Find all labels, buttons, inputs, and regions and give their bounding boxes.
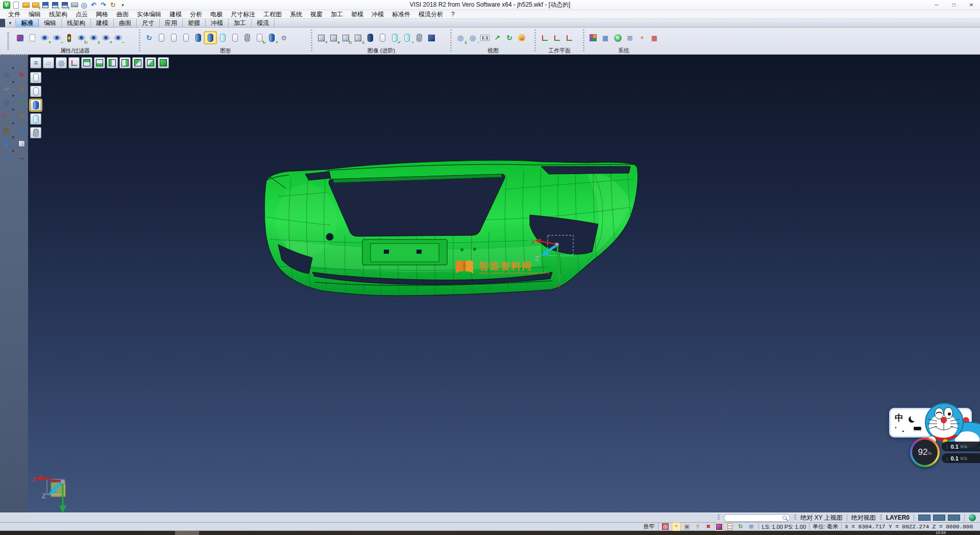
view-cube-front-icon[interactable] xyxy=(107,57,118,68)
hide-entities-icon[interactable]: − xyxy=(51,32,62,43)
toolbar-tab[interactable]: 塑膜 xyxy=(183,19,206,27)
attributes-palette-icon[interactable]: ▤ xyxy=(1,124,12,135)
minimize-button[interactable]: ─ xyxy=(928,0,945,10)
solid-view-icon[interactable] xyxy=(426,32,437,43)
viewbar-zoom-icon[interactable]: ◎ xyxy=(56,57,67,68)
ghost-cylinder-icon[interactable] xyxy=(229,32,240,43)
solids-refresh-icon[interactable]: ↻ xyxy=(340,32,351,43)
toolbar-tab[interactable]: 加工 xyxy=(229,19,252,27)
hidden-line-cylinder-icon[interactable] xyxy=(168,32,179,43)
edit-curve-icon[interactable]: ✎ xyxy=(16,83,28,94)
render-transparent-icon[interactable] xyxy=(30,113,41,125)
attribute-copy-icon[interactable] xyxy=(27,32,38,43)
show-all-icon[interactable]: + xyxy=(100,32,111,43)
active-layer-label[interactable]: LAYER0 xyxy=(886,514,910,521)
view-mode-label[interactable]: 绝对 XY 上视图 xyxy=(800,514,842,522)
show-entities-icon[interactable]: + xyxy=(39,32,50,43)
annotate-shading-icon[interactable]: ▪ xyxy=(401,32,412,43)
view-cube-top-icon[interactable] xyxy=(81,57,92,68)
toolbar-tab[interactable]: 冲模 xyxy=(206,19,229,27)
transparent-cylinder-icon[interactable] xyxy=(217,32,228,43)
shaded-cylinder-icon[interactable] xyxy=(192,32,204,43)
dashed-cylinder-icon[interactable] xyxy=(180,32,191,43)
menu-item[interactable]: 系统 xyxy=(286,10,306,19)
taskbar-item[interactable] xyxy=(175,531,199,535)
validate-shading-icon[interactable]: ✔ xyxy=(389,32,400,43)
stamp-icon[interactable]: ▣ xyxy=(683,523,691,531)
viewbar-ucs-icon[interactable] xyxy=(68,57,80,68)
window-grid-icon[interactable]: ⊞ xyxy=(747,523,755,531)
status-grip[interactable] xyxy=(718,515,720,521)
toolbar-tab[interactable]: 曲面 xyxy=(114,19,137,27)
menu-item[interactable]: 实体编辑 xyxy=(133,10,165,19)
zoom-in-out-icon[interactable]: ◎± xyxy=(455,32,466,43)
status-grip[interactable] xyxy=(794,515,796,521)
grid-settings-icon[interactable]: ▦ xyxy=(649,32,660,43)
window-settings-icon[interactable]: ⊞ xyxy=(624,32,635,43)
new-file-icon[interactable] xyxy=(12,1,20,9)
workplane-solid-icon[interactable] xyxy=(715,523,723,531)
mesh-cylinder-icon[interactable] xyxy=(241,32,253,43)
menu-item[interactable]: 标准件 xyxy=(388,10,414,19)
ime-moon-icon[interactable] xyxy=(911,415,917,421)
color-swatch[interactable] xyxy=(933,515,945,521)
toolbar-tab[interactable]: 尺寸 xyxy=(137,19,160,27)
view-cube-left-icon[interactable] xyxy=(132,57,143,68)
menu-item[interactable]: 视窗 xyxy=(306,10,327,19)
menu-item[interactable]: 加工 xyxy=(327,10,347,19)
ribbon-grip[interactable] xyxy=(7,32,9,50)
toolbar-tab[interactable]: 应用 xyxy=(160,19,183,27)
menu-item[interactable]: 冲模 xyxy=(368,10,388,19)
menu-item[interactable]: 尺寸标注 xyxy=(227,10,259,19)
print-preview-icon[interactable]: ◎ xyxy=(80,1,88,9)
system-settings-icon[interactable]: ⚙ xyxy=(612,32,623,43)
zoom-window-icon[interactable]: ◎▫ xyxy=(467,32,478,43)
save-as-icon[interactable]: ✎ xyxy=(51,1,59,9)
magic-pick-icon[interactable]: * xyxy=(672,523,680,531)
confirm-check-icon[interactable]: ✔ xyxy=(16,96,28,108)
render-wireframe-icon[interactable] xyxy=(30,72,41,83)
attribute-paint-icon[interactable] xyxy=(14,32,26,43)
workplane-create-icon[interactable] xyxy=(539,32,550,43)
maximize-button[interactable]: □ xyxy=(945,0,963,10)
refresh-visibility-icon[interactable]: ↻ xyxy=(76,32,87,43)
menu-item[interactable]: 塑模 xyxy=(347,10,368,19)
menu-item[interactable]: 线架构 xyxy=(45,10,71,19)
menu-item[interactable]: 建模 xyxy=(165,10,186,19)
command-search-input[interactable] xyxy=(724,514,790,522)
menu-item[interactable]: 电极 xyxy=(206,10,227,19)
clamp-mode-icon[interactable]: ◎ xyxy=(662,523,670,531)
snap-settings-icon[interactable]: + xyxy=(636,32,648,43)
view-cube-right-icon[interactable] xyxy=(145,57,156,68)
render-hidden-line-icon[interactable] xyxy=(30,86,41,97)
workplane-edit-icon[interactable] xyxy=(551,32,562,43)
view-cube-bottom-icon[interactable] xyxy=(94,57,105,68)
graphics-settings-icon[interactable]: ⚙ xyxy=(278,32,289,43)
workplane-align-icon[interactable] xyxy=(564,32,575,43)
tab-dropdown-icon[interactable]: ▼ xyxy=(5,19,15,27)
help-icon[interactable]: ? xyxy=(1,152,12,163)
percent-gauge[interactable]: 92% xyxy=(910,437,940,467)
solids-show-icon[interactable]: + xyxy=(315,32,327,43)
globe-status-icon[interactable] xyxy=(969,514,976,521)
view-cube-back-icon[interactable] xyxy=(119,57,131,68)
zoom-scale-icon[interactable]: ◎ xyxy=(1,96,12,108)
view-cube-iso-icon[interactable] xyxy=(158,57,169,68)
auto-refresh-icon[interactable]: ↻ xyxy=(737,523,745,531)
render-mesh-icon[interactable] xyxy=(30,127,41,138)
menu-item[interactable]: 编辑 xyxy=(24,10,45,19)
open-file-icon[interactable] xyxy=(21,1,30,9)
3d-viewport[interactable]: X Y Z X Y Z xyxy=(28,55,980,513)
color-swatch[interactable] xyxy=(918,515,930,521)
ime-language-label[interactable]: 中 xyxy=(895,412,903,424)
menu-item[interactable]: 点云 xyxy=(71,10,92,19)
zoom-search-icon[interactable]: ◎ xyxy=(1,69,12,80)
visibility-filter-icon[interactable] xyxy=(63,32,75,43)
delete-entity-icon[interactable]: ✖ xyxy=(16,69,28,80)
wireframe-view-icon[interactable] xyxy=(377,32,388,43)
rotate-view-icon[interactable]: ↻ xyxy=(504,32,515,43)
shaded-edges-cylinder-icon[interactable] xyxy=(205,32,216,43)
menu-item[interactable]: 模流分析 xyxy=(414,10,447,19)
regen-graphics-icon[interactable]: ↻ xyxy=(143,32,155,43)
menu-item[interactable]: 曲面 xyxy=(112,10,133,19)
